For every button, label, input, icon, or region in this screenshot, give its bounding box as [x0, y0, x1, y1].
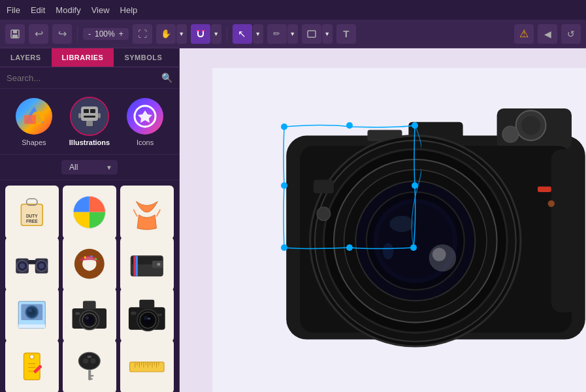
svg-rect-47	[19, 325, 46, 329]
svg-point-74	[83, 358, 88, 363]
shapes-label: Shapes	[22, 139, 46, 146]
shapes-icon-circle	[14, 97, 54, 136]
thumb-key[interactable]	[63, 340, 116, 393]
select-tool-button[interactable]: ↖	[233, 24, 252, 44]
rect-tool-button[interactable]	[302, 24, 321, 44]
svg-rect-43	[134, 255, 136, 276]
svg-point-110	[389, 216, 414, 232]
toolbar-right: ⚠ ◀ ↺	[514, 24, 581, 44]
toolbar: ↩ ↪ - 100% + ⛶ ✋ ▼ ▼ ↖	[0, 20, 586, 48]
select-dropdown[interactable]: ▼	[253, 24, 263, 44]
toolbar-divider-2	[227, 26, 227, 42]
main-layout: LAYERS LIBRARIES SYMBOLS 🔍	[0, 48, 586, 392]
refresh-button[interactable]: ↺	[561, 24, 581, 44]
svg-rect-114	[551, 149, 579, 312]
pen-tool-button[interactable]: ✏	[267, 24, 287, 44]
zoom-value: 100%	[95, 29, 115, 39]
svg-rect-76	[88, 355, 92, 357]
svg-point-68	[30, 354, 35, 359]
canvas-area[interactable]	[180, 48, 586, 392]
svg-point-64	[148, 318, 151, 319]
svg-rect-12	[84, 116, 95, 118]
zoom-plus[interactable]: +	[118, 29, 125, 39]
thumb-ruler[interactable]	[120, 340, 174, 393]
thumb-duty-free[interactable]: DUTY FREE	[5, 186, 59, 239]
filter-select[interactable]: All Recent Favorites	[61, 160, 118, 174]
svg-rect-10	[84, 109, 89, 113]
svg-point-99	[502, 126, 519, 142]
svg-point-42	[157, 263, 161, 266]
hand-tool-button[interactable]: ✋	[156, 24, 176, 44]
library-shapes[interactable]: Shapes	[14, 97, 54, 146]
svg-rect-32	[28, 260, 35, 265]
svg-marker-17	[138, 110, 152, 123]
zoom-minus[interactable]: -	[87, 29, 92, 39]
svg-rect-14	[78, 113, 81, 118]
tab-libraries[interactable]: LIBRARIES	[52, 48, 114, 67]
thumb-dslr2[interactable]	[120, 288, 174, 342]
tab-symbols[interactable]: SYMBOLS	[114, 48, 172, 67]
tab-layers[interactable]: LAYERS	[0, 48, 52, 67]
svg-point-113	[383, 243, 394, 259]
filter-row: All Recent Favorites ▼	[0, 155, 179, 180]
thumb-wallet[interactable]	[120, 237, 174, 291]
panel-tabs: LAYERS LIBRARIES SYMBOLS	[0, 48, 179, 67]
thumb-dslr1[interactable]	[63, 288, 116, 342]
svg-rect-79	[90, 378, 93, 380]
undo-button[interactable]: ↩	[29, 24, 48, 44]
magnet-button[interactable]	[191, 24, 210, 44]
library-illustrations[interactable]: Illustrations	[69, 97, 110, 146]
hand-tool-dropdown[interactable]: ▼	[176, 24, 187, 44]
thumb-tag[interactable]	[5, 340, 59, 393]
magnet-dropdown[interactable]: ▼	[211, 24, 221, 44]
thumb-beach-ball[interactable]	[63, 186, 116, 239]
svg-text:FREE: FREE	[26, 219, 38, 223]
svg-rect-65	[131, 312, 136, 315]
warning-button[interactable]: ⚠	[514, 24, 534, 44]
library-category-row: Shapes	[0, 89, 179, 155]
menu-edit[interactable]: Edit	[31, 5, 45, 15]
pen-dropdown[interactable]: ▼	[287, 24, 298, 44]
svg-rect-44	[136, 255, 138, 276]
library-icons[interactable]: Icons	[125, 97, 165, 146]
thumb-polaroid[interactable]	[5, 288, 59, 342]
filter-wrapper: All Recent Favorites ▼	[61, 160, 118, 174]
icons-label: Icons	[137, 139, 154, 146]
menu-help[interactable]: Help	[120, 5, 138, 15]
search-icon[interactable]: 🔍	[161, 73, 172, 83]
svg-point-30	[20, 263, 25, 269]
menu-file[interactable]: File	[7, 5, 20, 15]
illustrations-label: Illustrations	[69, 139, 110, 146]
thumb-donut[interactable]	[63, 237, 116, 291]
expand-button[interactable]: ⛶	[133, 24, 152, 44]
svg-point-56	[86, 316, 89, 319]
svg-rect-1	[13, 30, 17, 33]
svg-rect-9	[81, 106, 98, 121]
camera-image	[266, 74, 586, 392]
svg-point-38	[95, 257, 97, 259]
svg-rect-66	[157, 314, 162, 316]
svg-rect-8	[24, 115, 36, 124]
svg-rect-117	[538, 187, 551, 192]
redo-button[interactable]: ↪	[52, 24, 72, 44]
icons-icon-circle	[125, 97, 165, 136]
save-button[interactable]	[5, 24, 25, 44]
text-tool-button[interactable]: T	[336, 24, 356, 44]
thumb-binoculars[interactable]	[5, 237, 59, 291]
search-container: 🔍	[0, 67, 179, 89]
left-panel: LAYERS LIBRARIES SYMBOLS 🔍	[0, 48, 180, 392]
svg-rect-115	[314, 180, 334, 193]
svg-point-118	[548, 200, 555, 206]
svg-point-31	[39, 263, 44, 269]
svg-rect-5	[308, 31, 316, 37]
svg-rect-11	[90, 109, 95, 113]
svg-rect-52	[83, 301, 96, 310]
menu-view[interactable]: View	[91, 5, 110, 15]
search-input[interactable]	[7, 73, 157, 83]
rect-dropdown[interactable]: ▼	[322, 24, 333, 44]
thumb-bikini[interactable]	[120, 186, 174, 239]
menu-modify[interactable]: Modify	[56, 5, 80, 15]
svg-point-63	[144, 316, 148, 321]
svg-point-73	[79, 352, 101, 369]
back-button[interactable]: ◀	[538, 24, 557, 44]
